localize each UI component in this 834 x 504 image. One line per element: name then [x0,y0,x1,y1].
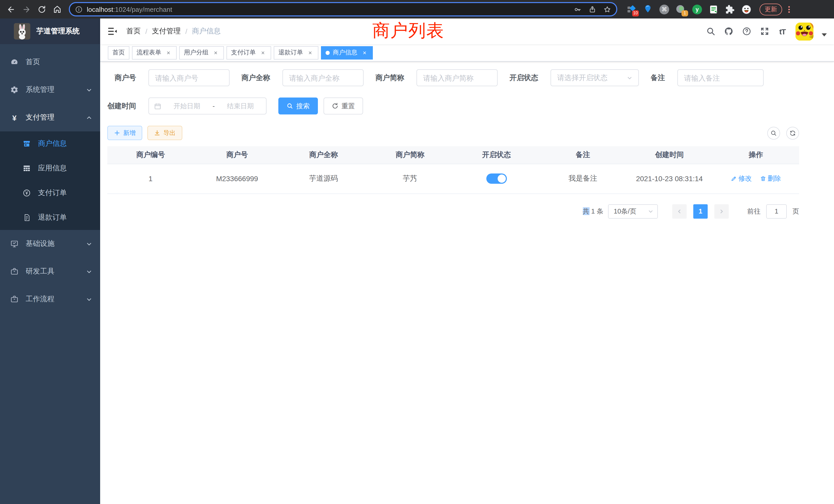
add-button[interactable]: 新增 [107,126,142,140]
remark-input[interactable] [677,69,764,86]
tab-pay-order[interactable]: 支付订单 × [226,46,271,59]
reset-button[interactable]: 重置 [324,97,363,114]
gear-icon [10,86,19,94]
tab-home[interactable]: 首页 [108,46,129,59]
edit-link[interactable]: 修改 [731,174,752,183]
caret-down-icon[interactable] [822,33,827,37]
extension-notes-icon[interactable] [709,4,719,14]
sidebar-item-merchant-info[interactable]: 商户信息 [0,131,100,156]
filter-row-2: 创建时间 开始日期 - 结束日期 搜索 [107,97,799,114]
remark-input-field[interactable] [684,74,757,82]
avatar[interactable] [795,22,813,40]
status-toggle[interactable] [486,174,507,184]
font-size-icon[interactable]: tT [777,26,787,36]
home-icon[interactable] [50,3,64,16]
extension-balloon-icon[interactable] [643,4,653,14]
close-icon[interactable]: × [361,49,368,56]
export-button[interactable]: 导出 [147,126,182,140]
short-name-input[interactable] [416,69,498,86]
browser-window: localhost:1024/pay/merchant 10 ⌘ 1 [0,0,834,504]
sidebar-menu: 首页 系统管理 ¥ 支付管理 [0,44,100,313]
share-icon[interactable] [589,5,596,13]
page-number-button[interactable]: 1 [693,204,708,219]
payment-submenu: 商户信息 应用信息 支付订单 [0,131,100,230]
page-content: 商户号 商户全称 商户简称 [100,62,834,504]
extension-emoji-icon[interactable] [742,4,751,14]
merchant-no-input-field[interactable] [155,74,223,82]
close-icon[interactable]: × [307,49,314,56]
column-header-merchant-no: 商户号 [194,146,280,164]
goto-label: 前往 [747,207,761,216]
close-icon[interactable]: × [259,49,266,56]
breadcrumb-home[interactable]: 首页 [126,27,141,36]
sidebar: 芋道管理系统 首页 系统管理 [0,19,100,504]
delete-link[interactable]: 删除 [760,174,781,183]
tab-refund-order[interactable]: 退款订单 × [274,46,319,59]
create-time-range-picker[interactable]: 开始日期 - 结束日期 [148,97,266,114]
sidebar-item-payment[interactable]: ¥ 支付管理 [0,104,100,131]
merchant-no-input[interactable] [148,69,229,86]
cell-status [453,164,540,193]
sidebar-item-app-info[interactable]: 应用信息 [0,156,100,181]
address-bar[interactable]: localhost:1024/pay/merchant [69,2,617,17]
app-logo-row[interactable]: 芋道管理系统 [0,19,100,44]
sidebar-item-system[interactable]: 系统管理 [0,76,100,104]
extension-y-icon[interactable]: y [692,4,702,14]
page-unit-label: 页 [792,207,799,216]
forward-icon[interactable] [20,3,33,16]
chrome-update-button[interactable]: 更新 [760,3,782,15]
sidebar-fold-icon[interactable] [107,26,117,37]
help-icon[interactable] [742,26,751,36]
reload-icon[interactable] [35,3,48,16]
calendar-icon [154,102,161,110]
tab-process-form[interactable]: 流程表单 × [132,46,177,59]
app-logo-rabbit [14,23,30,40]
breadcrumb-current: 商户信息 [192,27,221,36]
document-icon [23,213,31,222]
status-select[interactable]: 请选择开启状态 [550,69,639,86]
search-icon[interactable] [706,26,716,36]
sidebar-item-workflow[interactable]: 工作流程 [0,285,100,313]
sidebar-item-infra[interactable]: 基础设施 [0,230,100,258]
grid-table-icon [23,164,31,173]
plus-icon [114,130,120,136]
goto-page-input[interactable] [766,204,787,219]
extension-diamond-icon[interactable]: 10 [627,4,636,14]
sidebar-item-dev-tools[interactable]: 研发工具 [0,258,100,285]
page-size-select[interactable]: 10条/页 [608,204,658,219]
pagination: 共 1 条 10条/页 1 [107,204,799,219]
prev-page-button[interactable] [672,204,687,219]
search-button[interactable]: 搜索 [278,97,318,114]
cell-remark: 我是备注 [540,164,626,193]
password-key-icon[interactable] [574,5,581,13]
full-name-input-field[interactable] [289,74,357,82]
fullscreen-icon[interactable] [760,26,769,36]
cell-create-time: 2021-10-23 08:31:14 [626,164,713,193]
page-info-icon[interactable] [75,5,83,13]
next-page-button[interactable] [714,204,729,219]
back-icon[interactable] [4,3,18,16]
chevron-down-icon [86,87,92,93]
show-search-toggle-button[interactable] [767,127,780,139]
bookmark-star-icon[interactable] [603,5,611,13]
refresh-table-button[interactable] [786,127,799,139]
column-header-id: 商户编号 [107,146,194,164]
sidebar-item-refund-order[interactable]: 退款订单 [0,205,100,230]
close-icon[interactable]: × [165,49,172,56]
tab-merchant-info[interactable]: 商户信息 × [321,46,373,59]
short-name-input-field[interactable] [423,74,491,82]
github-icon[interactable] [724,26,733,36]
shop-icon [23,140,31,148]
extension-badge: 10 [632,10,639,16]
sidebar-item-home[interactable]: 首页 [0,48,100,76]
sidebar-item-pay-order[interactable]: 支付订单 [0,181,100,205]
close-icon[interactable]: × [212,49,219,56]
full-name-input[interactable] [282,69,364,86]
breadcrumb-payment[interactable]: 支付管理 [152,27,181,36]
tab-user-group[interactable]: 用户分组 × [179,46,224,59]
extension-command-icon[interactable]: ⌘ [659,4,669,14]
cell-actions: 修改 删除 [712,164,799,193]
chrome-menu-icon[interactable] [788,6,790,13]
extensions-puzzle-icon[interactable] [725,4,735,14]
extension-recorder-icon[interactable]: 1 [676,4,686,14]
